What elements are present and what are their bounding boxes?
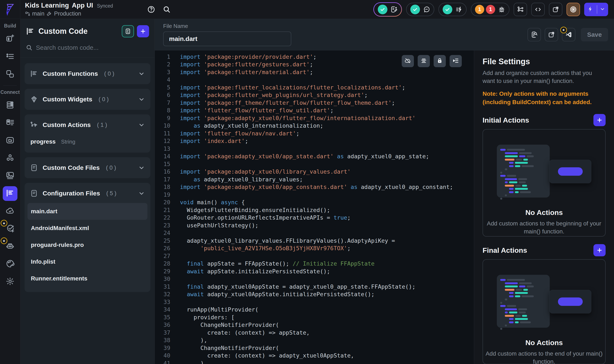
line-content: import 'package:adapty_xtuel0/app_state.… [180, 153, 429, 159]
code-tag-icon [535, 6, 542, 13]
rail-item-components[interactable] [3, 67, 17, 82]
integrations-icon [6, 154, 14, 163]
rail-item-cloud-check[interactable] [3, 204, 17, 219]
file-item-proguard-rules.pro[interactable]: proguard-rules.pro [27, 237, 147, 253]
share-button[interactable] [549, 3, 562, 16]
cloud-off-button[interactable] [402, 55, 414, 67]
file-item-Runner.entitlements[interactable]: Runner.entitlements [27, 270, 147, 287]
line-number: 19 [158, 192, 170, 198]
file-settings-description: Add and organize custom actions that you… [483, 69, 606, 85]
section-header-custom-widgets[interactable]: Custom Widgets( 0 ) [25, 91, 150, 108]
line-content: ChangeNotifierProvider( [180, 322, 279, 328]
warning-badge: 1 [475, 5, 484, 14]
line-content: final appState = FFAppState(); // Initia… [180, 260, 375, 267]
file-name-input[interactable] [163, 31, 291, 46]
code-editor[interactable]: 1import 'package:provider/provider.dart'… [155, 50, 474, 364]
status-pill-bug[interactable]: 11 [471, 3, 509, 16]
code-line: 38 ), [158, 337, 474, 344]
section-header-configuration-files[interactable]: Configuration Files( 5 ) [25, 184, 150, 202]
doc-search-icon [531, 31, 538, 38]
line-content: ), [180, 337, 207, 343]
rail-item-media-folder[interactable] [3, 133, 17, 148]
branch-name[interactable]: main [32, 11, 44, 17]
rail-item-integrations[interactable] [3, 151, 17, 166]
code-line: 39 ChangeNotifierProvider( [158, 344, 474, 352]
code-tag-button[interactable] [531, 3, 545, 16]
line-number: 24 [158, 230, 170, 236]
line-number: 32 [158, 291, 170, 298]
code-line: 7import 'package:ff_theme/flutter_flow/f… [158, 99, 474, 107]
page-list-icon [6, 52, 14, 62]
add-initial-action-button[interactable] [593, 114, 606, 126]
rail-item-settings[interactable] [3, 274, 17, 289]
indent-icon [453, 57, 459, 65]
code-line: 31 final adapty_xtuel0AppState = adapty_… [158, 283, 474, 290]
status-pill-zap-lines[interactable] [438, 3, 467, 16]
line-number: 30 [158, 276, 170, 282]
help-button[interactable] [144, 3, 158, 16]
lock-button[interactable] [434, 55, 446, 67]
check-icon [443, 5, 452, 14]
line-content: import 'flutter_flow/flutter_flow_util.d… [180, 107, 334, 114]
line-number: 4 [158, 77, 170, 83]
line-number: 12 [158, 138, 170, 144]
rail-item-tests[interactable]: ★ [3, 221, 17, 236]
code-line: 21 WidgetsFlutterBinding.ensureInitializ… [158, 206, 474, 214]
line-number: 11 [158, 130, 170, 137]
line-number: 5 [158, 84, 170, 91]
action-cursor-icon [30, 121, 38, 129]
assets-icon [6, 171, 14, 181]
code-copilot-button[interactable] [122, 25, 134, 37]
doc-search-button[interactable] [527, 28, 541, 41]
search-custom-code-input[interactable] [36, 44, 149, 51]
section-header-custom-functions[interactable]: Custom Functions( 0 ) [25, 65, 150, 82]
zap-icon [587, 6, 594, 13]
section-header-custom-actions[interactable]: Custom Actions( 1 ) [25, 116, 150, 134]
rail-item-database[interactable] [3, 98, 17, 113]
status-pill-chat[interactable] [406, 3, 434, 16]
add-custom-code-button[interactable] [137, 25, 149, 37]
flutterflow-logo[interactable] [0, 0, 20, 19]
rail-item-theme[interactable] [3, 257, 17, 272]
line-number: 10 [158, 122, 170, 129]
theme-icon [6, 259, 14, 269]
line-number: 18 [158, 184, 170, 190]
line-number: 6 [158, 92, 170, 98]
rail-item-assets[interactable] [3, 169, 17, 183]
rail-item-custom-code[interactable] [3, 186, 17, 201]
save-button[interactable]: Save [581, 28, 608, 41]
chevron-down-icon [138, 190, 145, 197]
section-header-custom-code-files[interactable]: Custom Code Files( 0 ) [25, 159, 150, 177]
line-content: WidgetsFlutterBinding.ensureInitialized(… [180, 207, 330, 213]
file-item-Info.plist[interactable]: Info.plist [27, 253, 147, 270]
custom-action-name: progress [30, 138, 56, 145]
eye-target-button[interactable] [567, 3, 580, 16]
rail-item-widget-add[interactable] [3, 32, 17, 46]
share-button[interactable] [545, 28, 558, 41]
rail-item-agent[interactable]: ★ [3, 239, 17, 254]
file-item-main.dart[interactable]: main.dart [27, 203, 147, 220]
file-item-AndroidManifest.xml[interactable]: AndroidManifest.xml [27, 220, 147, 237]
rail-item-data-types[interactable] [3, 116, 17, 130]
code-line: 11import 'flutter_flow/nav/nav.dart'; [158, 130, 474, 137]
section-count: ( 0 ) [106, 165, 116, 171]
add-final-action-button[interactable] [593, 244, 606, 256]
tree-button[interactable] [514, 3, 527, 16]
line-number: 14 [158, 153, 170, 159]
code-line: 28 final appState = FFAppState(); // Ini… [158, 260, 474, 268]
vscode-button[interactable]: ★ [562, 28, 575, 41]
search-button[interactable] [160, 3, 173, 16]
line-content: as adapty_xtuel0_library_values; [180, 176, 303, 183]
rail-item-page-list[interactable] [3, 49, 17, 64]
code-line: 27 [158, 252, 474, 260]
align-center-button[interactable] [418, 55, 430, 67]
status-pill-doc-review[interactable] [374, 3, 401, 16]
line-number: 16 [158, 168, 170, 175]
line-number: 17 [158, 176, 170, 183]
code-line: 12import 'index.dart'; [158, 137, 474, 145]
indent-button[interactable] [450, 55, 462, 67]
environment-name[interactable]: Production [54, 11, 81, 17]
run-button[interactable] [584, 3, 608, 16]
custom-action-item-progress[interactable]: progressString [25, 134, 150, 151]
status-pill-gradient-wrap[interactable] [373, 2, 402, 17]
